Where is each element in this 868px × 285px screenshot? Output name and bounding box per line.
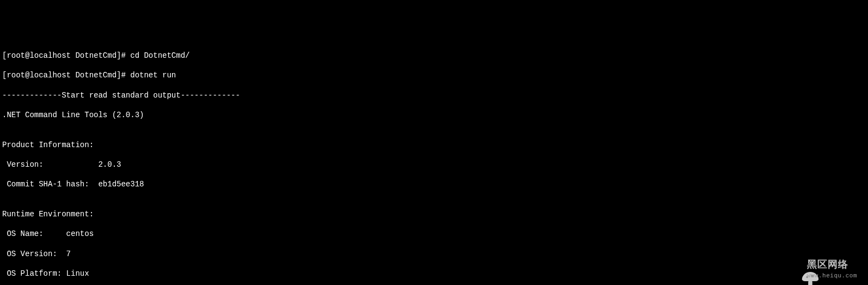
- terminal-output[interactable]: [root@localhost DotnetCmd]# cd DotnetCmd…: [2, 41, 866, 285]
- terminal-line: Version: 2.0.3: [2, 160, 866, 169]
- terminal-line: Commit SHA-1 hash: eb1d5ee318: [2, 179, 866, 189]
- terminal-line: OS Platform: Linux: [2, 269, 866, 278]
- terminal-line: [root@localhost DotnetCmd]# cd DotnetCmd…: [2, 51, 866, 60]
- watermark-url: www.heiqu.com: [807, 272, 857, 280]
- mushroom-icon: [782, 261, 803, 277]
- watermark-text: 黑区网络 www.heiqu.com: [807, 259, 857, 280]
- terminal-line: .NET Command Line Tools (2.0.3): [2, 110, 866, 120]
- terminal-line: Product Information:: [2, 140, 866, 150]
- svg-rect-0: [808, 281, 812, 285]
- terminal-line: OS Name: centos: [2, 229, 866, 239]
- terminal-line: [root@localhost DotnetCmd]# dotnet run: [2, 70, 866, 80]
- terminal-line: -------------Start read standard output-…: [2, 90, 866, 100]
- watermark: 黑区网络 www.heiqu.com: [782, 259, 857, 280]
- terminal-line: OS Version: 7: [2, 249, 866, 259]
- terminal-line: Runtime Environment:: [2, 209, 866, 219]
- watermark-title: 黑区网络: [807, 259, 857, 271]
